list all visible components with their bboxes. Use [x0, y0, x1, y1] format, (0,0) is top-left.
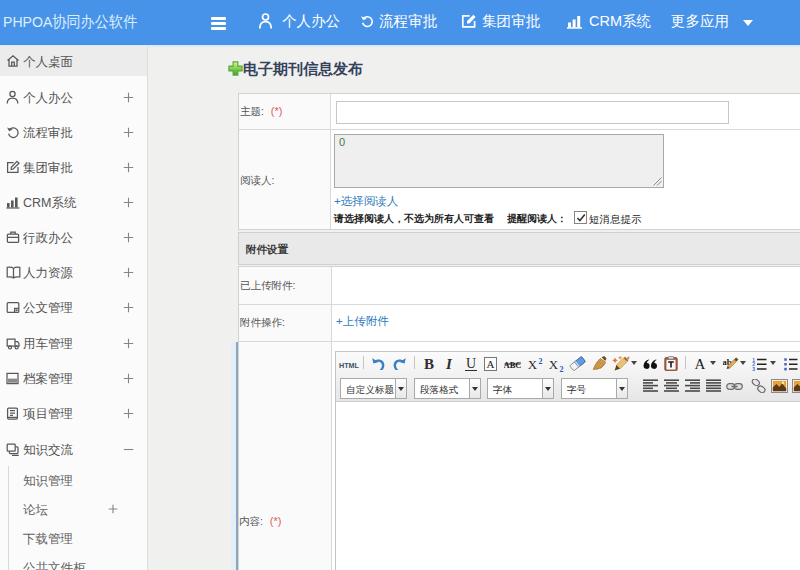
svg-text:2: 2: [538, 357, 542, 366]
svg-text:B: B: [424, 356, 434, 372]
svg-text:2: 2: [559, 364, 563, 372]
svg-text:A: A: [695, 356, 706, 371]
svg-text:HTML: HTML: [339, 361, 360, 369]
svg-text:X: X: [527, 357, 537, 371]
svg-text:A: A: [486, 358, 494, 370]
svg-text:I: I: [445, 356, 453, 372]
svg-text:3: 3: [752, 366, 755, 371]
svg-text:U: U: [466, 356, 476, 371]
svg-text:X: X: [548, 358, 558, 372]
